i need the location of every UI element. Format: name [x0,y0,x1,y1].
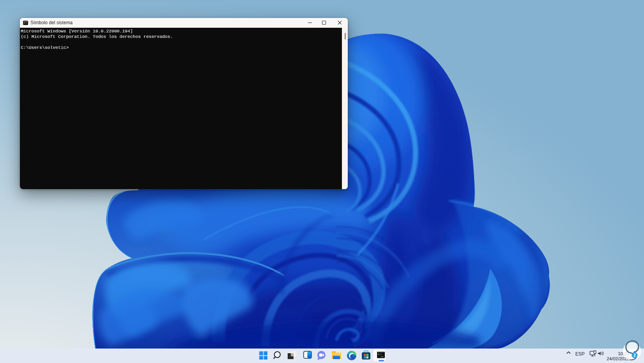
svg-text:C:\: C:\ [378,353,382,356]
svg-text:2: 2 [633,353,636,358]
svg-text:ESP: ESP [575,351,585,357]
